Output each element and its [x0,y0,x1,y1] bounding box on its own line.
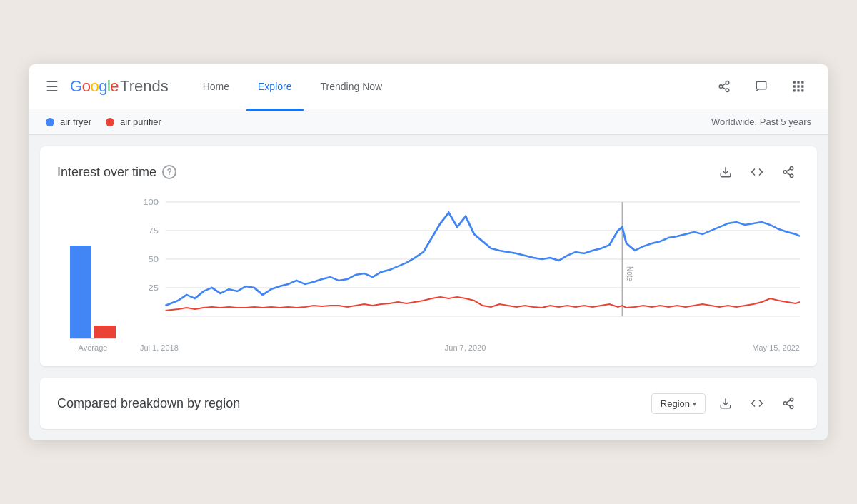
bar-air-fryer [70,246,91,338]
bar-group [70,225,116,339]
sub-header: air fryer air purifier Worldwide, Past 5… [29,109,828,135]
svg-rect-10 [793,85,796,87]
legend-air-fryer: air fryer [46,116,91,127]
svg-rect-13 [793,89,796,91]
x-labels: Jul 1, 2018 Jun 7, 2020 May 15, 2022 [140,343,800,352]
logo: Google Trends [70,77,169,96]
svg-point-29 [790,398,793,402]
svg-line-20 [786,173,790,175]
help-icon[interactable]: ? [162,165,176,179]
breakdown-header: Compared breakdown by region Region ▾ [57,392,800,415]
svg-rect-8 [797,81,799,83]
y-label-100: 100 [143,198,159,207]
y-label-50: 50 [149,255,159,264]
header-icons [711,74,811,99]
hamburger-icon[interactable]: ☰ [46,78,59,95]
nav-explore[interactable]: Explore [246,75,303,98]
card-title-row: Interest over time ? [57,165,176,180]
bar-chart-label: Average [79,343,108,352]
svg-point-18 [783,171,787,174]
svg-rect-9 [801,81,803,83]
x-label-2022: May 15, 2022 [752,343,800,352]
header: ☰ Google Trends Home Explore Trending No… [29,64,828,109]
embed-breakdown-icon[interactable] [746,392,768,415]
svg-line-4 [722,83,726,85]
chart-area: Average 100 75 50 25 [57,195,800,352]
svg-point-0 [726,81,729,84]
breakdown-card: Compared breakdown by region Region ▾ [40,378,817,429]
line-chart-container: 100 75 50 25 Note Jul 1, 2 [140,195,800,352]
share-header-icon[interactable] [711,74,737,99]
legend-label-air-fryer: air fryer [60,116,91,127]
download-breakdown-icon[interactable] [714,392,737,415]
trends-wordmark: Trends [120,77,169,96]
region-button-label: Region [661,398,690,409]
y-label-75: 75 [149,226,159,236]
svg-rect-7 [793,81,796,83]
legend: air fryer air purifier [46,116,161,127]
svg-point-19 [790,174,793,178]
svg-point-30 [783,402,787,405]
breakdown-title: Compared breakdown by region [57,396,240,411]
main-nav: Home Explore Trending Now [191,75,711,98]
location-time-label: Worldwide, Past 5 years [711,116,811,127]
svg-point-1 [719,84,723,88]
feedback-header-icon[interactable] [748,74,774,99]
legend-label-air-purifier: air purifier [120,116,161,127]
svg-rect-14 [797,89,799,91]
x-label-2018: Jul 1, 2018 [140,343,179,352]
nav-trending-now[interactable]: Trending Now [309,75,394,98]
note-label: Note [626,266,635,281]
legend-dot-red [106,118,114,126]
legend-dot-blue [46,118,54,126]
y-label-25: 25 [149,283,159,293]
svg-line-33 [786,400,790,403]
interest-over-time-card: Interest over time ? [40,146,817,366]
svg-rect-15 [801,89,803,91]
svg-rect-12 [801,85,803,87]
chevron-down-icon: ▾ [693,400,696,408]
average-bar-chart: Average [57,195,129,352]
svg-rect-11 [797,85,799,87]
svg-point-2 [726,89,729,92]
svg-point-17 [790,167,793,171]
download-icon[interactable] [714,161,737,183]
air-purifier-line [166,297,800,311]
svg-line-3 [722,87,726,89]
share-breakdown-icon[interactable] [777,392,800,415]
share-card-icon[interactable] [777,161,800,183]
x-label-2020: Jun 7, 2020 [445,343,486,352]
svg-rect-5 [756,81,766,89]
nav-home[interactable]: Home [191,75,241,98]
interest-card-title: Interest over time [57,165,156,180]
svg-point-31 [790,405,793,409]
main-content: Interest over time ? [29,135,828,440]
svg-line-21 [786,169,790,171]
line-chart-svg: 100 75 50 25 Note [140,195,800,338]
google-wordmark: Google [70,77,119,96]
card-actions [714,161,800,183]
main-window: ☰ Google Trends Home Explore Trending No… [29,64,828,440]
breakdown-actions: Region ▾ [651,392,800,415]
legend-air-purifier: air purifier [106,116,161,127]
region-button[interactable]: Region ▾ [651,393,706,414]
card-header: Interest over time ? [57,161,800,183]
svg-line-32 [786,404,790,406]
bar-air-purifier [94,326,116,338]
apps-header-icon[interactable] [786,74,811,99]
embed-icon[interactable] [746,161,768,183]
